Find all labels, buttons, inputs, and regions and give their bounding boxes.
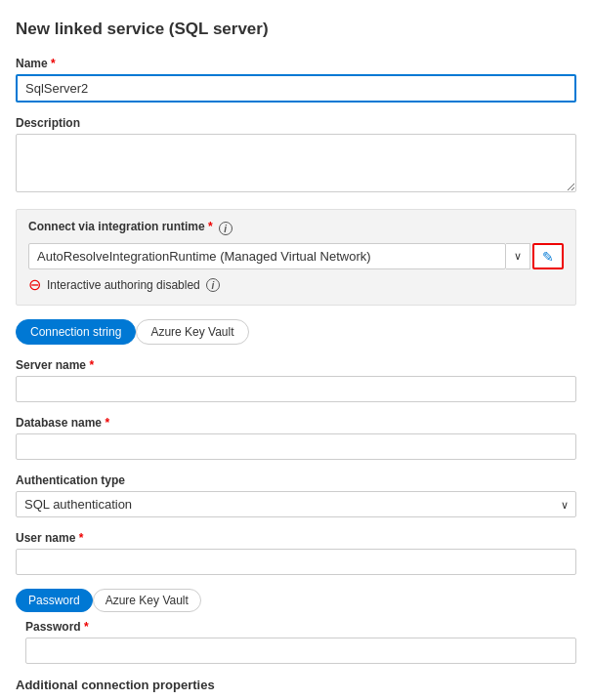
password-field-group: Password <box>25 620 576 664</box>
interactive-authoring-info-icon[interactable]: i <box>206 278 220 292</box>
azure-key-vault-tab[interactable]: Azure Key Vault <box>136 319 248 345</box>
description-field-group: Description <box>16 116 576 195</box>
database-name-field-group: Database name <box>16 416 576 460</box>
runtime-input[interactable] <box>28 243 506 269</box>
server-name-field-group: Server name <box>16 358 576 402</box>
auth-type-select[interactable]: SQL authentication Windows authenticatio… <box>16 491 576 517</box>
auth-type-select-wrapper: SQL authentication Windows authenticatio… <box>16 491 576 517</box>
runtime-dropdown-button[interactable]: ∨ <box>506 243 530 269</box>
user-name-label: User name <box>16 531 576 545</box>
password-tab-group: Password Azure Key Vault <box>16 589 576 612</box>
server-name-label: Server name <box>16 358 576 372</box>
interactive-authoring-row: ⊖ Interactive authoring disabled i <box>28 277 564 293</box>
password-tab[interactable]: Password <box>16 589 93 612</box>
integration-runtime-label: Connect via integration runtime <box>28 220 213 233</box>
description-textarea[interactable] <box>16 134 576 192</box>
password-azure-key-vault-tab[interactable]: Azure Key Vault <box>93 589 201 612</box>
database-name-input[interactable] <box>16 433 576 460</box>
password-input[interactable] <box>25 638 576 664</box>
auth-type-field-group: Authentication type SQL authentication W… <box>16 474 576 517</box>
integration-runtime-label-row: Connect via integration runtime i <box>28 220 564 237</box>
runtime-edit-button[interactable]: ✎ <box>532 243 564 269</box>
additional-connection-group: Additional connection properties + New <box>16 678 576 700</box>
additional-connection-label: Additional connection properties <box>16 678 576 692</box>
page-title: New linked service (SQL server) <box>16 20 576 39</box>
user-name-input[interactable] <box>16 549 576 575</box>
integration-runtime-section: Connect via integration runtime i ∨ ✎ ⊖ … <box>16 209 576 306</box>
password-label: Password <box>25 620 576 634</box>
name-label: Name <box>16 57 576 70</box>
database-name-label: Database name <box>16 416 576 430</box>
integration-runtime-info-icon[interactable]: i <box>219 222 233 235</box>
name-field-group: Name <box>16 57 576 103</box>
user-name-field-group: User name <box>16 531 576 575</box>
name-input[interactable] <box>16 74 576 103</box>
runtime-input-row: ∨ ✎ <box>28 243 564 269</box>
server-name-input[interactable] <box>16 376 576 402</box>
chevron-down-icon: ∨ <box>514 250 522 263</box>
auth-type-label: Authentication type <box>16 474 576 487</box>
block-icon: ⊖ <box>28 277 41 293</box>
description-label: Description <box>16 116 576 130</box>
connection-string-tab[interactable]: Connection string <box>16 319 136 345</box>
pencil-icon: ✎ <box>542 249 554 265</box>
connection-tab-group: Connection string Azure Key Vault <box>16 319 576 345</box>
interactive-authoring-text: Interactive authoring disabled <box>47 278 200 292</box>
